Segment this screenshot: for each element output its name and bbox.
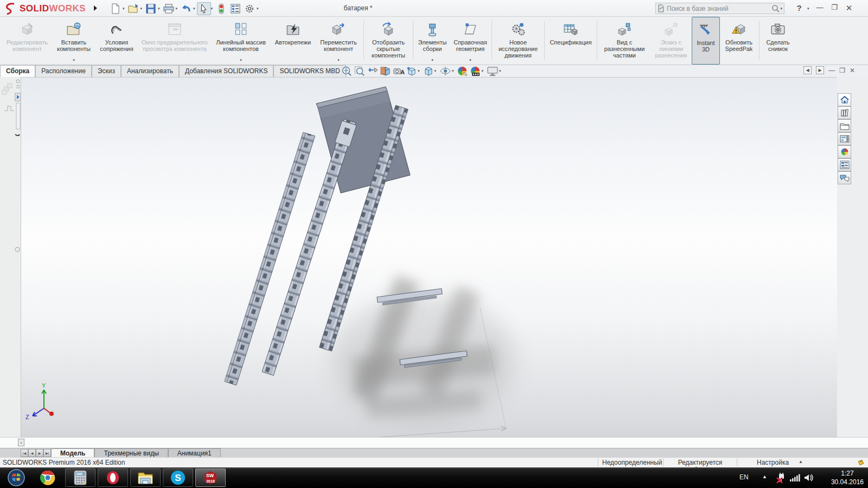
help-dropdown-arrow[interactable]: ▾	[807, 7, 809, 11]
insert-components-button[interactable]: Вставить компоненты ▾	[53, 17, 94, 65]
tab-evaluate[interactable]: Анализировать	[121, 65, 179, 77]
pane-splitter-box[interactable]: ▪	[18, 439, 24, 446]
forum-tab[interactable]	[838, 171, 851, 184]
next-tab-button[interactable]: ▶	[36, 449, 43, 457]
feature-manager-collapsed-strip[interactable]	[0, 77, 21, 437]
doc-minimize-button[interactable]: —	[828, 67, 835, 74]
pane-left-button[interactable]: ◀	[803, 66, 812, 74]
exploded-view-button[interactable]: Вид с разнесенными частями	[598, 17, 650, 65]
undo-dropdown-arrow[interactable]: ▾	[193, 7, 195, 11]
update-speedpak-button[interactable]: Обновить SpeedPak	[720, 17, 758, 65]
knowledge-search-box[interactable]: Поиск в базе знаний ▾	[655, 3, 784, 14]
edit-appearance-icon[interactable]	[457, 66, 469, 76]
display-style-icon[interactable]: ▾	[423, 66, 438, 76]
new-dropdown-arrow[interactable]: ▾	[123, 7, 125, 11]
calculator-taskbar-icon[interactable]: 0	[65, 468, 95, 487]
search-magnifier-icon[interactable]	[771, 4, 780, 13]
restore-button[interactable]: ❐	[828, 3, 840, 11]
open-dropdown-arrow[interactable]: ▾	[141, 7, 143, 11]
last-tab-button[interactable]: ▶|	[43, 449, 51, 457]
close-button[interactable]: ✕	[843, 3, 855, 13]
tab-layout[interactable]: Расположение	[35, 65, 92, 77]
tab-sketch[interactable]: Эскиз	[92, 65, 121, 77]
custom-properties-tab[interactable]	[838, 158, 851, 171]
select-dropdown-arrow[interactable]: ▾	[211, 7, 213, 11]
appearances-scenes-tab[interactable]	[838, 145, 851, 158]
hide-show-items-icon[interactable]: ▾	[439, 66, 456, 76]
doc-restore-button[interactable]: ❐	[839, 67, 845, 74]
instant-3d-button[interactable]: Instant 3D	[692, 17, 720, 65]
previous-view-icon[interactable]	[367, 66, 379, 76]
select-cursor-icon[interactable]	[197, 2, 211, 15]
prev-tab-button[interactable]: ◀	[28, 449, 36, 457]
reference-geometry-dropdown[interactable]: ▾	[469, 58, 471, 62]
tab-animation1[interactable]: Анимация1	[168, 448, 221, 457]
move-component-dropdown[interactable]: ▾	[337, 58, 340, 62]
splitter-handle[interactable]	[14, 245, 21, 254]
tray-signal-icon[interactable]	[790, 474, 801, 481]
insert-components-dropdown[interactable]: ▾	[73, 58, 75, 62]
undo-icon[interactable]	[179, 2, 193, 15]
move-component-button[interactable]: Переместить компонент ▾	[315, 17, 362, 65]
status-settings-button[interactable]: Настройка	[757, 459, 789, 466]
take-snapshot-button[interactable]: Сделать снимок	[761, 17, 795, 65]
assembly-features-dropdown[interactable]: ▾	[431, 58, 433, 62]
tray-clock[interactable]: 1:27 30.04.2016	[831, 469, 864, 486]
tab-assembly[interactable]: Сборка	[0, 65, 35, 77]
help-button[interactable]: ?	[791, 3, 807, 12]
save-icon[interactable]	[144, 2, 158, 15]
tab-addins[interactable]: Добавления SOLIDWORKS	[179, 65, 274, 77]
tag-icon[interactable]	[857, 459, 865, 466]
tab-3d-views[interactable]: Трехмерные виды	[94, 448, 168, 457]
tray-volume-icon[interactable]	[804, 473, 814, 482]
show-hidden-components-button[interactable]: Отобразить скрытые компоненты	[365, 17, 412, 65]
menu-flyout-button[interactable]	[91, 2, 100, 14]
linear-pattern-dropdown[interactable]: ▾	[240, 58, 242, 62]
skype-taskbar-icon[interactable]: S	[163, 468, 193, 487]
view-orientation-icon[interactable]: ▾	[406, 66, 422, 76]
design-library-tab[interactable]	[838, 106, 851, 119]
new-document-icon[interactable]	[108, 2, 123, 15]
doc-close-button[interactable]: ✕	[850, 67, 855, 74]
view-settings-icon[interactable]: ▾	[486, 66, 503, 76]
assembly-features-button[interactable]: Элементы сборки ▾	[414, 17, 450, 65]
solidworks-taskbar-icon[interactable]: SW2016	[195, 468, 226, 487]
rebuild-traffic-light-icon[interactable]	[214, 2, 228, 15]
settings-dropdown-arrow[interactable]: ▾	[257, 7, 259, 11]
search-dropdown-arrow[interactable]: ▾	[780, 7, 782, 11]
print-icon[interactable]	[162, 2, 176, 15]
linear-pattern-button[interactable]: Линейный массив компонентов ▾	[210, 17, 271, 65]
apply-scene-icon[interactable]: ▾	[470, 66, 486, 76]
tab-model[interactable]: Модель	[51, 448, 94, 457]
opera-taskbar-icon[interactable]	[98, 468, 128, 487]
save-dropdown-arrow[interactable]: ▾	[158, 7, 160, 11]
tray-language[interactable]: EN	[739, 473, 749, 481]
mates-button[interactable]: Условия сопряжения	[94, 17, 139, 65]
home-tab[interactable]	[838, 93, 851, 106]
view-palette-tab[interactable]	[838, 132, 851, 145]
search-placeholder[interactable]: Поиск в базе знаний	[665, 5, 771, 12]
assembly-model[interactable]: Y Z	[21, 78, 838, 438]
smart-fasteners-button[interactable]: Автокрепежи	[271, 17, 315, 65]
motion-study-button[interactable]: Новое исследование движения	[493, 17, 543, 65]
print-dropdown-arrow[interactable]: ▾	[176, 7, 178, 11]
file-explorer-tab[interactable]	[838, 119, 851, 132]
zoom-to-fit-icon[interactable]	[341, 66, 353, 76]
first-tab-button[interactable]: |◀	[21, 449, 28, 457]
tab-mbd[interactable]: SOLIDWORKS MBD	[273, 65, 346, 77]
reference-geometry-button[interactable]: Справочная геометрия ▾	[450, 17, 490, 65]
section-view-icon[interactable]	[380, 66, 392, 76]
open-document-icon[interactable]	[126, 2, 141, 15]
explorer-taskbar-icon[interactable]	[130, 468, 161, 487]
settings-expand-arrow[interactable]: ▲	[799, 459, 803, 464]
minimize-button[interactable]: —	[814, 3, 826, 11]
start-button[interactable]	[1, 468, 31, 487]
tray-expand-icon[interactable]: ▲	[762, 474, 767, 479]
bom-button[interactable]: Спецификация	[546, 17, 596, 65]
pane-right-button[interactable]: ▶	[816, 66, 824, 74]
graphics-viewport[interactable]: Y Z	[21, 77, 837, 437]
options-list-icon[interactable]	[228, 2, 242, 15]
tray-network-icon[interactable]	[776, 472, 787, 483]
dynamic-annotation-views-icon[interactable]: A	[393, 66, 405, 76]
settings-gear-icon[interactable]	[242, 2, 257, 15]
